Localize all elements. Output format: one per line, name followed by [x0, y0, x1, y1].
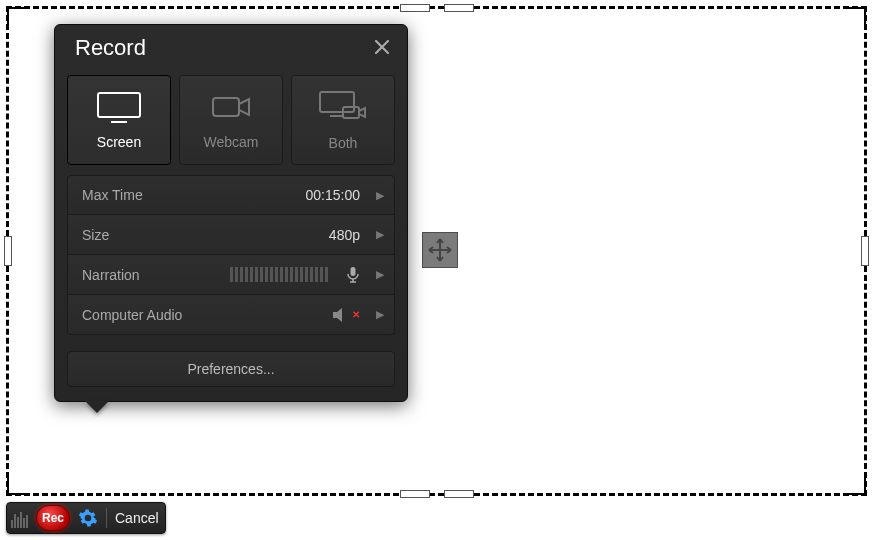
chevron-right-icon: ▶ [376, 189, 384, 202]
max-time-label: Max Time [82, 187, 296, 203]
resize-corner-bl[interactable] [7, 473, 29, 495]
speaker-muted-icon: ✕ [332, 307, 360, 323]
computer-audio-label: Computer Audio [82, 307, 322, 323]
record-toolbar: Rec Cancel [6, 502, 166, 534]
max-time-value: 00:15:00 [306, 187, 361, 203]
resize-corner-tr[interactable] [844, 7, 866, 29]
panel-title: Record [75, 35, 146, 61]
size-value: 480p [329, 227, 360, 243]
both-icon [317, 89, 369, 125]
move-handle[interactable] [422, 232, 458, 268]
source-webcam[interactable]: Webcam [179, 75, 283, 165]
cancel-label: Cancel [115, 510, 159, 526]
chevron-right-icon: ▶ [376, 228, 384, 241]
size-label: Size [82, 227, 319, 243]
resize-corner-br[interactable] [844, 473, 866, 495]
microphone-icon [346, 266, 360, 284]
audio-meter [11, 508, 28, 528]
webcam-icon [207, 90, 255, 124]
resize-edge-bottom[interactable] [400, 490, 474, 498]
option-computer-audio[interactable]: Computer Audio ✕ ▶ [67, 295, 395, 335]
option-max-time[interactable]: Max Time 00:15:00 ▶ [67, 175, 395, 215]
narration-label: Narration [82, 267, 220, 283]
resize-edge-left[interactable] [4, 236, 12, 266]
preferences-button[interactable]: Preferences... [67, 351, 395, 387]
resize-corner-tl[interactable] [7, 7, 29, 29]
close-button[interactable] [373, 38, 391, 59]
svg-rect-4 [351, 267, 356, 276]
resize-edge-right[interactable] [861, 236, 869, 266]
toolbar-separator [106, 508, 107, 528]
preferences-label: Preferences... [187, 361, 274, 377]
chevron-right-icon: ▶ [376, 268, 384, 281]
close-icon [373, 38, 391, 56]
resize-edge-top[interactable] [400, 4, 474, 12]
narration-level-meter [230, 267, 328, 282]
source-screen[interactable]: Screen [67, 75, 171, 165]
record-button-label: Rec [42, 511, 64, 525]
source-webcam-label: Webcam [204, 134, 259, 150]
settings-button[interactable] [78, 508, 98, 528]
svg-rect-2 [320, 92, 354, 112]
options-list: Max Time 00:15:00 ▶ Size 480p ▶ Narratio… [55, 175, 407, 345]
screen-icon [95, 90, 143, 124]
record-button[interactable]: Rec [36, 505, 70, 531]
source-both-label: Both [329, 135, 358, 151]
record-panel: Record Screen Webcam [54, 24, 408, 402]
option-size[interactable]: Size 480p ▶ [67, 215, 395, 255]
source-row: Screen Webcam Both [55, 69, 407, 175]
option-narration[interactable]: Narration ▶ [67, 255, 395, 295]
gear-icon [78, 508, 98, 528]
move-icon [427, 237, 453, 263]
cancel-button[interactable]: Cancel [115, 510, 159, 526]
source-both[interactable]: Both [291, 75, 395, 165]
svg-rect-0 [98, 93, 140, 117]
source-screen-label: Screen [97, 134, 141, 150]
svg-rect-1 [213, 98, 239, 116]
chevron-right-icon: ▶ [376, 308, 384, 321]
